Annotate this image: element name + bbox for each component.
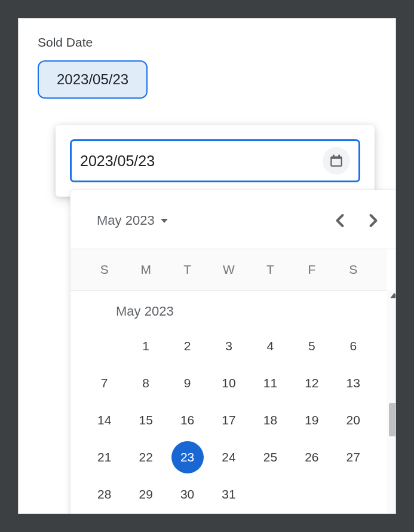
open-calendar-button[interactable]	[323, 147, 350, 175]
svg-rect-3	[338, 155, 340, 157]
prev-month-button[interactable]	[327, 208, 352, 233]
day-cell[interactable]: 28	[84, 478, 125, 510]
day-cell[interactable]: 29	[125, 478, 166, 510]
day-cell[interactable]: 11	[250, 367, 291, 399]
calendar-scrollbar[interactable]	[387, 291, 396, 514]
day-cell[interactable]: 10	[208, 367, 249, 399]
day-cell[interactable]: 22	[125, 441, 166, 473]
day-cell[interactable]: 6	[333, 330, 374, 362]
weekday-header: W	[208, 256, 249, 283]
day-cell[interactable]: 4	[250, 330, 291, 362]
weekday-header: S	[84, 256, 125, 283]
day-cell[interactable]: 25	[250, 441, 291, 473]
date-input-popover	[56, 125, 375, 197]
day-cell[interactable]: 14	[84, 404, 125, 436]
date-field-chip[interactable]: 2023/05/23	[38, 60, 148, 99]
month-year-label: May 2023	[97, 213, 155, 228]
day-cell[interactable]: 9	[167, 367, 208, 399]
day-cell[interactable]: 15	[125, 404, 166, 436]
next-month-button[interactable]	[361, 208, 386, 233]
day-cell[interactable]: 20	[333, 404, 374, 436]
day-cell[interactable]: 16	[167, 404, 208, 436]
day-cell[interactable]: 19	[291, 404, 332, 436]
month-heading: May 2023	[84, 294, 374, 330]
calendar-icon	[329, 153, 344, 169]
day-cell[interactable]: 27	[333, 441, 374, 473]
scroll-up-icon[interactable]	[390, 293, 396, 298]
date-text-input[interactable]	[80, 152, 323, 170]
caret-down-icon	[161, 219, 168, 223]
day-cell[interactable]: 2	[167, 330, 208, 362]
day-cell[interactable]: 7	[84, 367, 125, 399]
svg-rect-1	[332, 159, 341, 166]
weekday-header: T	[250, 256, 291, 283]
field-label: Sold Date	[38, 35, 376, 50]
chevron-right-icon	[369, 213, 378, 228]
weekday-header: M	[125, 256, 166, 283]
weekday-header: F	[291, 256, 332, 283]
day-cell[interactable]: 3	[208, 330, 249, 362]
day-cell[interactable]: 30	[167, 478, 208, 510]
day-cell[interactable]: 5	[291, 330, 332, 362]
day-cell[interactable]: 8	[125, 367, 166, 399]
day-cell[interactable]: 13	[333, 367, 374, 399]
weekday-header: S	[333, 256, 374, 283]
weekday-header: T	[167, 256, 208, 283]
calendar-body: May 2023 1234567891011121314151617181920…	[70, 291, 387, 514]
calendar-popup: May 2023 SMTWTFS May 2023 12345678910111…	[70, 189, 396, 514]
scroll-thumb[interactable]	[389, 403, 396, 436]
day-cell[interactable]: 1	[125, 330, 166, 362]
date-input-container[interactable]	[70, 139, 360, 182]
day-cell[interactable]: 21	[84, 441, 125, 473]
weekday-row: SMTWTFS	[70, 249, 387, 291]
days-grid: 1234567891011121314151617181920212223242…	[84, 330, 374, 510]
day-cell[interactable]: 12	[291, 367, 332, 399]
day-empty	[84, 330, 125, 362]
month-year-dropdown[interactable]: May 2023	[97, 213, 168, 228]
svg-rect-2	[333, 155, 335, 157]
day-cell[interactable]: 31	[208, 478, 249, 510]
day-cell[interactable]: 23	[171, 441, 204, 473]
chevron-left-icon	[335, 213, 345, 228]
day-cell[interactable]: 17	[208, 404, 249, 436]
form-panel: Sold Date 2023/05/23 May 2023	[18, 18, 396, 514]
calendar-header: May 2023	[70, 190, 396, 249]
day-cell[interactable]: 26	[291, 441, 332, 473]
day-cell[interactable]: 24	[208, 441, 249, 473]
day-cell[interactable]: 18	[250, 404, 291, 436]
